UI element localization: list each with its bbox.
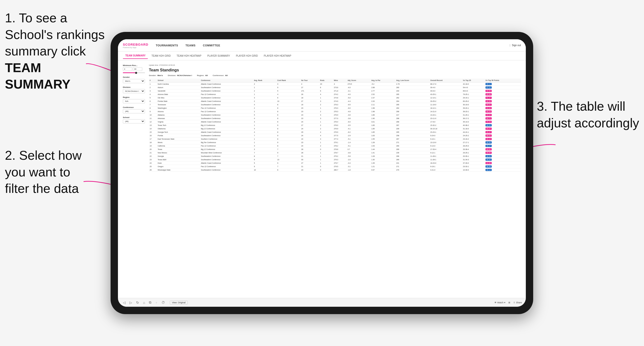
filter-gender-select[interactable]: Men's bbox=[123, 79, 145, 83]
cell-rnds: 1 bbox=[320, 120, 333, 124]
filter-region-select[interactable]: N/A bbox=[123, 99, 145, 103]
cell-conf-rank: 9 bbox=[277, 86, 301, 89]
content-area: Minimum Rou... Gender Men's bbox=[118, 60, 526, 298]
nav-link-teams[interactable]: TEAMS bbox=[186, 44, 196, 47]
cell-avg-rank: 7 bbox=[253, 134, 276, 137]
cell-avg-rank: 1 bbox=[253, 141, 276, 144]
toolbar-copy[interactable]: ⧉ bbox=[148, 300, 152, 305]
cell-avg-rank: 1 bbox=[253, 86, 276, 89]
toolbar-view-btn[interactable]: View: Original bbox=[170, 301, 188, 305]
cell-avg-to-par: 1.98 bbox=[370, 107, 396, 110]
cell-vs50: 89.11 bbox=[485, 82, 521, 86]
cell-conf-rank: 4 bbox=[277, 93, 301, 96]
toolbar-grid[interactable]: ⊞ bbox=[508, 301, 510, 304]
tab-team-h2h-heatmap[interactable]: TEAM H2H HEATMAP bbox=[174, 53, 204, 59]
cell-vs50: 81.27 bbox=[485, 96, 521, 100]
table-row: 13 Texas Tech Big 12 Conference 1 9 27 2… bbox=[149, 124, 521, 127]
cell-rnds: 6 bbox=[320, 89, 333, 93]
cell-wins: 279.2 bbox=[333, 155, 347, 158]
cell-wins: 274.2 bbox=[333, 93, 347, 96]
filter-division-select[interactable]: NCAA Division I bbox=[123, 89, 145, 93]
cell-conference: Atlantic Coast Conference bbox=[200, 162, 253, 165]
cell-adj-score: -4.0 bbox=[347, 93, 371, 96]
cell-conference: Atlantic Coast Conference bbox=[200, 100, 253, 103]
cell-vs50: 89.34 bbox=[485, 141, 521, 144]
cell-school: Arizona State bbox=[157, 93, 200, 96]
toolbar-share[interactable]: ⇧ Share bbox=[513, 301, 522, 304]
cell-avg-to-par: 1.41 bbox=[370, 151, 396, 155]
cell-avg-to-par: 1.44 bbox=[370, 148, 396, 151]
filter-conference-select[interactable]: (All) bbox=[123, 109, 145, 113]
cell-school: Texas Tech bbox=[157, 124, 200, 127]
cell-school: Georgia Tech bbox=[157, 131, 200, 134]
cell-overall: 9-12-1 bbox=[430, 151, 462, 155]
filter-minimum-from[interactable] bbox=[123, 67, 132, 71]
cell-no-tour: 24 bbox=[300, 127, 320, 131]
cell-school: Washington bbox=[157, 107, 200, 110]
cell-avg-rank: 4 bbox=[253, 117, 276, 120]
col-overall: Overall Record bbox=[430, 79, 462, 82]
filter-minimum-to[interactable] bbox=[133, 67, 142, 71]
cell-vs50: 80.71 bbox=[485, 117, 521, 120]
cell-rank: 5 bbox=[149, 96, 157, 100]
col-avg-rank: Avg. Rank bbox=[253, 79, 276, 82]
cell-wins: 276.3 bbox=[333, 107, 347, 110]
cell-avg-to-par: 1.63 bbox=[370, 134, 396, 137]
cell-conf-rank: 8 bbox=[277, 144, 301, 148]
instruction-2-line2: you want to bbox=[5, 165, 70, 179]
cell-adj-score: -3.1 bbox=[347, 89, 371, 93]
cell-wins: 277.5 bbox=[333, 134, 347, 137]
cell-no-tour: 27 bbox=[300, 162, 320, 165]
share-icon: ⇧ bbox=[513, 301, 515, 304]
toolbar-back[interactable]: ◁ bbox=[122, 300, 126, 305]
toolbar-reload[interactable]: ↻ bbox=[135, 300, 140, 305]
table-filters-bar: Gender: Men's Division: NCAA Division I … bbox=[149, 74, 521, 77]
cell-rank: 3 bbox=[149, 89, 157, 93]
cell-school: Virginia bbox=[157, 120, 200, 124]
tab-player-h2h-heatmap[interactable]: PLAYER H2H HEATMAP bbox=[261, 53, 294, 59]
cell-rnds: 1 bbox=[320, 141, 333, 144]
cell-overall: 9-10-1 bbox=[430, 137, 462, 141]
cell-no-tour: 24 bbox=[300, 120, 320, 124]
table-row: 3 Vanderbilt Southeastern Conference 2 5… bbox=[149, 89, 521, 93]
table-row: 21 New Mexico Mountain West Conference 7… bbox=[149, 151, 521, 155]
cell-rnds: 4 bbox=[320, 131, 333, 134]
cell-no-tour: 29 bbox=[300, 131, 320, 134]
filter-minimum: Minimum Rou... bbox=[123, 64, 145, 73]
cell-conf-rank: 7 bbox=[277, 155, 301, 158]
division-label: Division: bbox=[168, 74, 176, 77]
cell-no-tour: 23 bbox=[300, 110, 320, 113]
filter-school-select[interactable]: (All) bbox=[123, 119, 145, 123]
nav-link-tournaments[interactable]: TOURNAMENTS bbox=[156, 44, 178, 47]
toolbar-watch[interactable]: 👁 Watch ▾ bbox=[494, 301, 506, 304]
cell-rnds: 1 bbox=[320, 96, 333, 100]
cell-overall: 13-13-0 bbox=[430, 141, 462, 144]
tab-player-summary[interactable]: PLAYER SUMMARY bbox=[205, 53, 232, 59]
cell-vs25: 29-15-1 bbox=[462, 96, 485, 100]
instruction-3-line2: adjust accordingly bbox=[537, 116, 639, 130]
cell-vs25: 31-18-0 bbox=[462, 127, 485, 131]
nav-link-committee[interactable]: COMMITTEE bbox=[203, 44, 220, 47]
sub-nav: TEAM SUMMARY TEAM H2H GRID TEAM H2H HEAT… bbox=[118, 51, 526, 60]
table-row: 6 Florida State Atlantic Coast Conferenc… bbox=[149, 100, 521, 103]
cell-rnds: 2 bbox=[320, 110, 333, 113]
cell-overall: 9-19-1 bbox=[430, 165, 462, 168]
cell-no-tour: 21 bbox=[300, 155, 320, 158]
cell-conf-rank: 6 bbox=[277, 96, 301, 100]
cell-rank: 23 bbox=[149, 158, 157, 162]
watch-chevron: ▾ bbox=[504, 301, 506, 304]
cell-avg-rank: 1 bbox=[253, 93, 276, 96]
sign-out-link[interactable]: Sign out bbox=[512, 44, 521, 47]
tab-team-h2h-grid[interactable]: TEAM H2H GRID bbox=[149, 53, 173, 59]
toolbar-forward[interactable]: ▷ bbox=[128, 300, 133, 305]
toolbar-clock[interactable]: ⏱ bbox=[160, 300, 166, 305]
cell-avg-low: 265 bbox=[396, 103, 430, 107]
instruction-2: 2. Select how you want to filter the dat… bbox=[5, 147, 82, 197]
tab-player-h2h-grid[interactable]: PLAYER H2H GRID bbox=[234, 53, 260, 59]
cell-conference: Big Ten Conference bbox=[200, 141, 253, 144]
cell-school: Auburn bbox=[157, 86, 200, 89]
toolbar-home[interactable]: ⌂ bbox=[142, 300, 146, 305]
cell-no-tour: 28 bbox=[300, 148, 320, 151]
tab-team-summary[interactable]: TEAM SUMMARY bbox=[123, 53, 148, 59]
cell-avg-to-par: 1.98 bbox=[370, 110, 396, 113]
